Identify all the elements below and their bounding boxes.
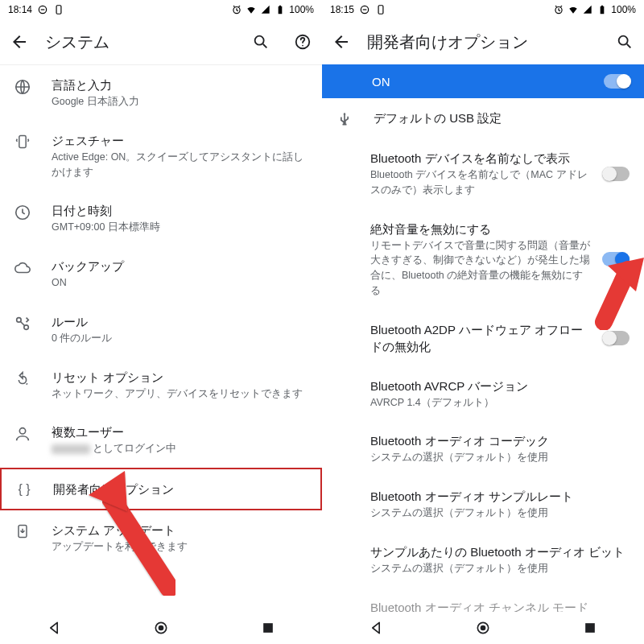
wifi-icon [246, 4, 257, 15]
reset-icon [13, 370, 32, 388]
status-bar: 18:14 100% [0, 0, 322, 19]
globe-icon [13, 78, 32, 96]
item-backup[interactable]: バックアップON [0, 246, 322, 302]
svg-rect-10 [19, 135, 26, 147]
item-usb-default[interactable]: デフォルトの USB 設定 [322, 98, 644, 138]
item-bt-nameless[interactable]: Bluetooth デバイスを名前なしで表示Bluetooth デバイスを名前な… [322, 138, 644, 209]
svg-point-15 [19, 428, 25, 434]
page-title: システム [45, 31, 235, 53]
dnd-icon [359, 4, 370, 15]
nav-bar [0, 612, 322, 644]
item-title: Bluetooth オーディオ チャンネル モード [370, 599, 630, 613]
svg-rect-21 [363, 9, 367, 10]
svg-rect-5 [279, 6, 281, 6]
cloud-icon [13, 259, 32, 277]
search-button[interactable] [251, 32, 270, 52]
status-bar: 18:15 100% [322, 0, 644, 19]
search-button[interactable] [615, 32, 634, 52]
battery-icon [275, 4, 286, 15]
nav-recent[interactable] [260, 620, 276, 636]
back-button[interactable] [10, 32, 29, 52]
item-audio-bits[interactable]: サンプルあたりの Bluetooth オーディオ ビットシステムの選択（デフォル… [322, 532, 644, 588]
item-sub: Google 日本語入力 [52, 94, 309, 109]
item-a2dp-offload[interactable]: Bluetooth A2DP ハードウェア オフロードの無効化 [322, 310, 644, 366]
item-sub: AVRCP 1.4（デフォルト） [370, 395, 630, 411]
wifi-icon [568, 4, 579, 15]
item-language[interactable]: 言語と入力Google 日本語入力 [0, 65, 322, 121]
item-title: 絶対音量を無効にする [370, 221, 592, 237]
nav-home[interactable] [475, 620, 491, 636]
item-avrcp[interactable]: Bluetooth AVRCP バージョンAVRCP 1.4（デフォルト） [322, 366, 644, 422]
banner-label: ON [372, 75, 594, 89]
item-title: 日付と時刻 [52, 202, 309, 219]
item-gesture[interactable]: ジェスチャーActive Edge: ON。スクイーズしてアシスタントに話しかけ… [0, 121, 322, 192]
svg-point-8 [302, 45, 303, 47]
help-button[interactable] [293, 32, 312, 52]
toggle[interactable] [602, 252, 630, 266]
svg-rect-25 [601, 6, 603, 6]
svg-rect-29 [585, 623, 595, 633]
back-button[interactable] [332, 32, 351, 52]
status-time: 18:14 [8, 4, 32, 15]
svg-rect-1 [41, 9, 45, 10]
item-title: デフォルトの USB 設定 [374, 109, 631, 126]
master-toggle[interactable] [604, 74, 631, 89]
item-audio-codec[interactable]: Bluetooth オーディオ コーデックシステムの選択（デフォルト）を使用 [322, 421, 644, 477]
item-title: Bluetooth オーディオ サンプルレート [370, 488, 630, 505]
item-sub: システムの選択（デフォルト）を使用 [370, 561, 630, 576]
settings-list: 言語と入力Google 日本語入力 ジェスチャーActive Edge: ON。… [0, 65, 322, 612]
svg-point-26 [619, 36, 628, 45]
nav-back[interactable] [46, 620, 62, 636]
portrait-icon [53, 4, 64, 15]
item-developer-options[interactable]: { } 開発者向けオプション [0, 468, 322, 510]
svg-rect-24 [601, 6, 605, 14]
item-multiuser[interactable]: 複数ユーザー としてログイン中 [0, 412, 322, 468]
update-icon [13, 523, 32, 539]
svg-rect-22 [378, 6, 383, 14]
screen-system: 18:14 100% システム 言語と入力Google 日本語入力 [0, 0, 322, 644]
item-sub: Bluetooth デバイスを名前なしで（MAC アドレスのみで）表示します [370, 167, 592, 198]
item-datetime[interactable]: 日付と時刻GMT+09:00 日本標準時 [0, 191, 322, 246]
master-toggle-banner[interactable]: ON [322, 64, 644, 98]
nav-recent[interactable] [582, 620, 598, 636]
item-title: システム アップデート [52, 522, 309, 539]
status-time: 18:15 [330, 4, 354, 15]
svg-rect-2 [56, 6, 61, 14]
braces-icon: { } [14, 482, 34, 497]
nav-back[interactable] [368, 620, 384, 636]
item-reset[interactable]: リセット オプションネットワーク、アプリ、デバイスをリセットできます [0, 357, 322, 413]
item-title: Bluetooth デバイスを名前なしで表示 [370, 150, 592, 167]
toggle[interactable] [602, 331, 630, 345]
battery-icon [597, 4, 608, 15]
item-title: 複数ユーザー [52, 423, 309, 440]
svg-point-6 [255, 36, 264, 45]
rules-icon [13, 315, 32, 332]
item-system-update[interactable]: システム アップデートアップデートを利用できます [0, 510, 322, 566]
item-channel-mode[interactable]: Bluetooth オーディオ チャンネル モードシステムの選択（デフォルト）を… [322, 588, 644, 613]
svg-rect-4 [279, 6, 283, 14]
item-absolute-volume[interactable]: 絶対音量を無効にするリモートデバイスで音量に関する問題（音量が大きすぎる、制御で… [322, 209, 644, 310]
item-sub: アップデートを利用できます [52, 539, 309, 555]
item-sub: システムの選択（デフォルト）を使用 [370, 450, 630, 465]
item-sub: Active Edge: ON。スクイーズしてアシスタントに話しかけます [52, 150, 309, 180]
dev-options-list: デフォルトの USB 設定 Bluetooth デバイスを名前なしで表示Blue… [322, 98, 644, 612]
status-battery: 100% [289, 4, 314, 15]
usb-icon [335, 111, 354, 127]
toggle[interactable] [602, 167, 630, 181]
item-title: 開発者向けオプション [53, 481, 308, 497]
clock-icon [13, 204, 32, 221]
item-sub: としてログイン中 [52, 441, 309, 456]
nav-home[interactable] [153, 620, 169, 636]
user-icon [13, 425, 32, 443]
item-title: Bluetooth オーディオ コーデック [370, 432, 630, 449]
item-title: ジェスチャー [52, 132, 309, 149]
item-sub: システムの選択（デフォルト）を使用 [370, 506, 630, 521]
app-bar: システム [0, 19, 322, 64]
page-title: 開発者向けオプション [367, 31, 599, 53]
alarm-icon [553, 4, 564, 15]
alarm-icon [231, 4, 242, 15]
item-title: Bluetooth A2DP ハードウェア オフロードの無効化 [370, 321, 592, 355]
item-rules[interactable]: ルール0 件のルール [0, 302, 322, 357]
item-sample-rate[interactable]: Bluetooth オーディオ サンプルレートシステムの選択（デフォルト）を使用 [322, 477, 644, 532]
screen-developer-options: 18:15 100% 開発者向けオプション ON デフォルトの USB 設定 [322, 0, 644, 644]
